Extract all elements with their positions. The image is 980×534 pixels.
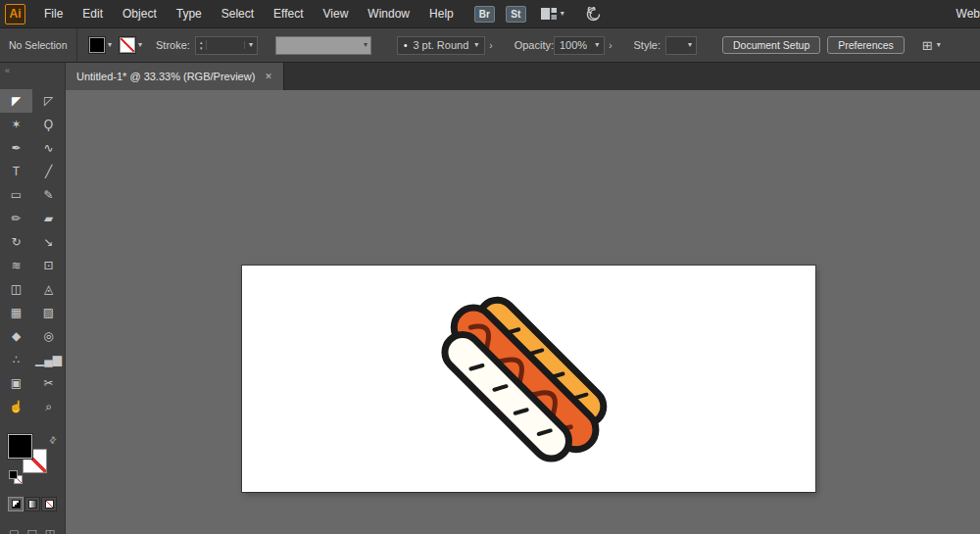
control-bar: No Selection ▾ ▾ Stroke: ▴ ▾ ▾ ▾ • 3 pt.… <box>0 27 980 63</box>
draw-behind-button[interactable]: ◱ <box>26 527 36 534</box>
color-chip-icon <box>12 500 21 509</box>
document-setup-button[interactable]: Document Setup <box>722 36 820 54</box>
blend-tool[interactable]: ◎ <box>32 324 65 348</box>
lasso-tool[interactable]: Ϙ <box>32 113 65 136</box>
zoom-tool[interactable]: ⌕ <box>32 395 65 418</box>
artboard[interactable] <box>242 266 815 492</box>
fill-color-swatch[interactable] <box>89 37 105 53</box>
gradient-button[interactable] <box>24 497 40 511</box>
rectangle-tool[interactable]: ▭ <box>0 183 32 207</box>
selection-status: No Selection <box>0 28 77 62</box>
menu-help[interactable]: Help <box>419 7 464 21</box>
mesh-tool[interactable]: ▦ <box>0 301 32 324</box>
perspective-grid-tool[interactable]: ◬ <box>32 277 65 301</box>
chevron-down-icon[interactable]: ▾ <box>937 41 941 49</box>
opacity-input[interactable]: 100% ▾ <box>554 36 605 55</box>
paintbrush-tool[interactable]: ✎ <box>32 183 65 207</box>
menu-effect[interactable]: Effect <box>264 7 313 21</box>
eyedropper-tool[interactable]: ◆ <box>0 324 32 348</box>
chevron-down-icon[interactable]: ▾ <box>474 41 478 49</box>
chevron-down-icon[interactable]: ▾ <box>108 41 112 49</box>
chevron-down-icon[interactable]: ▾ <box>595 41 599 49</box>
eraser-tool[interactable]: ▰ <box>32 207 65 230</box>
illustrator-window: Ai FileEditObjectTypeSelectEffectViewWin… <box>0 0 980 534</box>
magic-wand-tool[interactable]: ✶ <box>0 113 32 136</box>
workspace-switcher[interactable]: ▾ <box>541 8 564 20</box>
menu-edit[interactable]: Edit <box>73 7 113 21</box>
brush-name: 3 pt. Round <box>413 39 468 51</box>
close-icon[interactable]: ✕ <box>265 72 272 81</box>
transform-grid-icon: ⊞ <box>922 38 933 53</box>
pencil-tool[interactable]: ✏ <box>0 207 32 230</box>
default-fill-stroke-icon[interactable] <box>9 470 18 479</box>
menu-bar: Ai FileEditObjectTypeSelectEffectViewWin… <box>0 0 980 27</box>
document-tab[interactable]: Untitled-1* @ 33.33% (RGB/Preview) ✕ <box>66 63 284 90</box>
symbol-sprayer-tool[interactable]: ∴ <box>0 348 32 371</box>
none-button[interactable] <box>41 497 57 511</box>
artboard-tool[interactable]: ▣ <box>0 371 32 395</box>
color-button[interactable] <box>8 497 24 511</box>
stock-button[interactable]: St <box>506 6 526 23</box>
style-label: Style: <box>634 39 662 51</box>
chevron-down-icon: ▾ <box>561 10 564 18</box>
direct-selection-tool[interactable]: ◸ <box>32 89 65 113</box>
hotdog-illustration <box>409 269 644 485</box>
illustrator-logo-icon: Ai <box>5 4 25 24</box>
width-tool[interactable]: ≋ <box>0 254 32 277</box>
menu-type[interactable]: Type <box>167 7 212 21</box>
collapse-panel-button[interactable]: « <box>0 63 65 77</box>
workspace-name-label[interactable]: Web <box>956 7 980 21</box>
menu-file[interactable]: File <box>34 7 73 21</box>
isolate-options-control[interactable]: ⊞ ▾ <box>922 38 941 53</box>
column-graph-tool[interactable]: ▁▄▆ <box>32 348 65 371</box>
stroke-weight-label: Stroke: <box>156 39 190 51</box>
document-tab-title: Untitled-1* @ 33.33% (RGB/Preview) <box>76 71 255 82</box>
opacity-value: 100% <box>560 39 587 51</box>
hand-tool[interactable]: ☝ <box>0 395 32 418</box>
type-tool[interactable]: T <box>0 160 32 183</box>
variable-width-profile-dropdown[interactable]: ▾ <box>275 36 371 55</box>
menu-items: FileEditObjectTypeSelectEffectViewWindow… <box>34 7 464 21</box>
stroke-color-swatch[interactable] <box>120 37 135 53</box>
swirl-icon[interactable] <box>586 7 601 22</box>
canvas-area[interactable] <box>66 90 980 534</box>
pen-tool[interactable]: ✒ <box>0 136 32 160</box>
chevron-down-icon[interactable]: ▾ <box>688 41 692 49</box>
brush-preview-icon: • <box>404 40 408 51</box>
workspace-layout-icon <box>541 8 557 20</box>
gradient-tool[interactable]: ▨ <box>32 301 65 324</box>
brush-definition-dropdown[interactable]: • 3 pt. Round ▾ <box>397 36 485 55</box>
tools-panel: « ◤◸✶Ϙ✒∿T╱▭✎✏▰↻↘≋⊡◫◬▦▨◆◎∴▁▄▆▣✂☝⌕ ⇄ <box>0 63 66 534</box>
style-dropdown[interactable]: ▾ <box>665 36 697 55</box>
gradient-chip-icon <box>28 500 37 509</box>
chevron-down-icon[interactable]: ▾ <box>244 41 257 49</box>
document-tab-bar: Untitled-1* @ 33.33% (RGB/Preview) ✕ <box>66 63 980 90</box>
fill-swatch[interactable] <box>8 434 32 459</box>
free-transform-tool[interactable]: ⊡ <box>32 254 65 277</box>
menu-window[interactable]: Window <box>358 7 419 21</box>
stepper-down-icon[interactable]: ▾ <box>200 46 203 50</box>
curvature-tool[interactable]: ∿ <box>32 136 65 160</box>
menu-view[interactable]: View <box>314 7 359 21</box>
draw-inside-button[interactable]: ◰ <box>45 527 55 534</box>
tools-grid: ◤◸✶Ϙ✒∿T╱▭✎✏▰↻↘≋⊡◫◬▦▨◆◎∴▁▄▆▣✂☝⌕ <box>0 89 65 418</box>
brush-panel-arrow-icon[interactable]: › <box>489 40 492 51</box>
preferences-button[interactable]: Preferences <box>827 36 905 54</box>
line-segment-tool[interactable]: ╱ <box>32 160 65 183</box>
scale-tool[interactable]: ↘ <box>32 230 65 254</box>
swap-fill-stroke-icon[interactable]: ⇄ <box>47 434 59 446</box>
bridge-button[interactable]: Br <box>474 6 495 23</box>
rotate-tool[interactable]: ↻ <box>0 230 32 254</box>
stroke-weight-stepper[interactable]: ▴ ▾ ▾ <box>195 36 258 55</box>
selection-tool[interactable]: ◤ <box>0 89 32 113</box>
draw-normal-button[interactable]: ▢ <box>9 527 19 534</box>
drawing-mode-buttons: ▢ ◱ ◰ <box>9 527 65 534</box>
none-chip-icon <box>45 500 54 509</box>
chevron-down-icon[interactable]: ▾ <box>138 41 142 49</box>
slice-tool[interactable]: ✂ <box>32 371 65 395</box>
menu-select[interactable]: Select <box>212 7 264 21</box>
shape-builder-tool[interactable]: ◫ <box>0 277 32 301</box>
stepper-up-icon[interactable]: ▴ <box>200 40 203 44</box>
transparency-panel-arrow-icon[interactable]: › <box>609 40 612 51</box>
menu-object[interactable]: Object <box>113 7 167 21</box>
